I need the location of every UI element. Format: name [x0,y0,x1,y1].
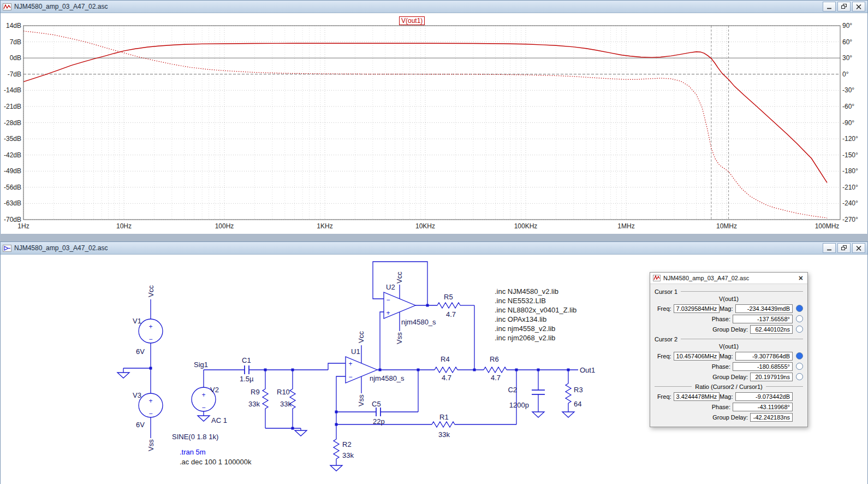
svg-text:−: − [386,296,390,304]
close-button[interactable] [852,243,865,253]
cursor2-signal: V(out1) [655,343,803,350]
c1-value-label[interactable]: 1.5µ [240,375,254,383]
v1-name-label[interactable]: V1 [133,317,141,325]
cursor1-mag-radio[interactable] [796,305,803,312]
r3-name-label[interactable]: R3 [574,386,583,394]
u2-value-label[interactable]: njm4580_s [401,318,436,326]
ground-symbol [330,465,342,471]
cursor-panel-titlebar[interactable]: NJM4580_amp_03_A47_02.asc × [650,273,807,284]
net-flag-vcc[interactable]: Vcc [395,271,403,284]
ground-symbol [562,412,574,417]
net-flag-vss[interactable]: Vss [357,394,365,406]
close-button[interactable] [852,2,865,11]
minimize-button[interactable] [823,2,836,11]
v2-name-label[interactable]: V2 [210,386,219,394]
cursor2-group-delay-radio[interactable] [796,373,803,380]
r2-value-label[interactable]: 33k [342,451,354,459]
spice-include-line[interactable]: .inc NL8802x_v0401_Z.lib [495,306,576,314]
v1-value-label[interactable]: 6V [136,347,145,356]
ground-symbol [117,373,129,378]
r9-value-label[interactable]: 33k [248,400,260,408]
u2-name-label[interactable]: U2 [386,283,395,291]
r2-name-label[interactable]: R2 [342,440,352,448]
net-flag-vcc[interactable]: Vcc [357,331,365,343]
svg-text:-240°: -240° [842,199,858,207]
close-icon[interactable]: × [797,274,805,282]
svg-text:14dB: 14dB [6,22,21,29]
c5-value-label[interactable]: 22p [373,417,385,426]
cursor2-mag-radio[interactable] [796,352,803,359]
svg-text:−: − [348,373,352,381]
net-flag-vss[interactable]: Vss [147,439,155,451]
spice-directive-tran[interactable]: .tran 5m [180,448,206,456]
cursor-info-panel: NJM4580_amp_03_A47_02.asc × Cursor 1 V(o… [650,272,808,427]
v2-value-label[interactable]: AC 1 [211,416,227,424]
r1-name-label[interactable]: R1 [439,413,449,421]
c2-value-label[interactable]: 1200p [509,401,529,409]
r5-name-label[interactable]: R5 [444,293,453,301]
cursor1-phase-radio[interactable] [796,315,803,322]
freq-label: Freq: [655,393,674,400]
cursor1-group-delay-value: 62.440102ns [750,325,793,334]
waveform-window-icon [3,3,11,10]
svg-text:−: − [148,335,152,343]
spice-include-line[interactable]: .inc njm2068_v2.lib [495,334,555,342]
c1-name-label[interactable]: C1 [242,356,251,364]
phase-label: Phase: [712,316,733,322]
svg-text:-56dB: -56dB [4,184,21,191]
svg-text:-30°: -30° [842,86,854,94]
cursor1-group-delay-radio[interactable] [796,326,803,333]
c5-name-label[interactable]: C5 [372,400,381,408]
bode-plot-pane[interactable]: 14dB7dB0dB-7dB-14dB-21dB-28dB-35dB-42dB-… [1,13,867,234]
spice-include-line[interactable]: .inc njm4558_v2.lib [495,324,555,333]
svg-text:-42dB: -42dB [4,151,21,159]
schematic-window-titlebar[interactable]: NJM4580_amp_03_A47_02.asc [1,242,867,255]
trace-label[interactable]: V(out1) [399,16,425,25]
net-flag-out1[interactable]: Out1 [580,366,595,374]
net-flag-vcc[interactable]: Vcc [147,285,155,297]
r9-name-label[interactable]: R9 [251,388,260,396]
restore-button[interactable] [837,243,851,253]
svg-text:100MHz: 100MHz [815,222,840,230]
v3-name-label[interactable]: V3 [133,391,141,399]
r4-value-label[interactable]: 4.7 [442,374,451,382]
spice-include-line[interactable]: .inc NJM4580_v2.lib [495,287,558,296]
r3-value-label[interactable]: 64 [574,400,581,408]
r6-value-label[interactable]: 4.7 [491,374,501,382]
ground-symbol [198,416,210,421]
spice-include-line[interactable]: .inc OPAx134.lib [495,315,546,323]
schematic-window-title: NJM4580_amp_03_A47_02.asc [14,244,108,252]
c2-name-label[interactable]: C2 [508,386,517,394]
v3-value-label[interactable]: 6V [136,421,145,429]
net-flag-sig1[interactable]: Sig1 [194,361,208,369]
r10-name-label[interactable]: R10 [277,388,290,396]
r6-name-label[interactable]: R6 [490,355,499,363]
svg-text:100KHz: 100KHz [514,222,538,230]
svg-text:-180°: -180° [842,167,858,175]
svg-text:-35dB: -35dB [4,135,21,143]
spice-directive-ac[interactable]: .ac dec 100 1 100000k [180,458,252,466]
minimize-button[interactable] [823,243,836,253]
waveform-window-titlebar[interactable]: NJM4580_amp_03_A47_02.asc [1,1,867,13]
freq-label: Freq: [655,353,674,359]
cursor2-phase-radio[interactable] [796,363,803,370]
group-delay-label: Group Delay: [712,326,750,333]
spice-include-line[interactable]: .inc NE5532.LIB [495,297,546,305]
r5-value-label[interactable]: 4.7 [446,310,456,318]
u1-value-label[interactable]: njm4580_s [370,374,405,382]
svg-text:−: − [148,410,152,417]
restore-button[interactable] [837,2,851,11]
r1-value-label[interactable]: 33k [438,430,450,439]
r10-value-label[interactable]: 33k [280,400,292,408]
ratio-phase-value: -43.119968° [733,403,793,411]
ltspice-application: NJM4580_amp_03_A47_02.asc 14dB7dB0dB-7dB… [0,0,868,484]
u1-name-label[interactable]: U1 [351,347,360,356]
bode-plot[interactable]: 14dB7dB0dB-7dB-14dB-21dB-28dB-35dB-42dB-… [1,13,867,234]
svg-text:1Hz: 1Hz [17,222,29,230]
net-flag-vss[interactable]: Vss [395,332,403,344]
r4-name-label[interactable]: R4 [441,355,450,363]
ratio-header: Ratio (Cursor2 / Cursor1) [655,382,803,391]
cursor1-signal: V(out1) [655,296,803,303]
v2-sine-label[interactable]: SINE(0 1.8 1k) [172,433,218,441]
svg-text:-21dB: -21dB [4,103,21,110]
